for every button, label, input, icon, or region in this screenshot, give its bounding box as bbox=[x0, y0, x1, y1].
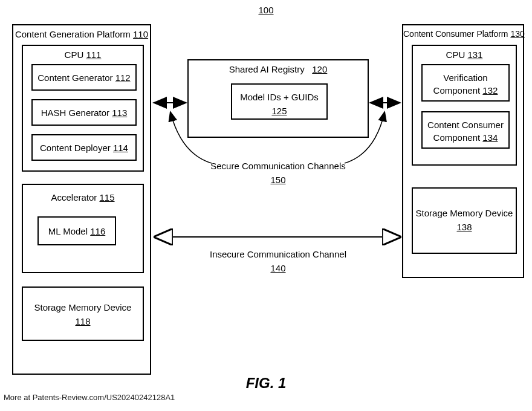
registry-inner-text: Model IDs + GUIDs bbox=[240, 92, 319, 102]
gen-storage-ref: 118 bbox=[75, 316, 90, 326]
consumer-cpu-ref: 131 bbox=[467, 50, 482, 60]
content-consumer-ref: 134 bbox=[482, 132, 498, 143]
content-generator: Content Generator 112 bbox=[31, 64, 137, 91]
consumer-cpu: CPU 131 Verification Component 132 Conte… bbox=[412, 45, 517, 166]
ml-model: ML Model 116 bbox=[37, 216, 116, 245]
content-generation-platform: Content Generation Platform 110 CPU 111 … bbox=[12, 24, 151, 375]
insecure-channel-label: Insecure Communication Channel 140 bbox=[187, 248, 369, 275]
figure-number: 100 bbox=[0, 5, 532, 15]
hash-generator: HASH Generator 113 bbox=[31, 99, 137, 126]
verification-ref: 132 bbox=[482, 85, 498, 95]
content-deployer-title: Content Deployer 114 bbox=[33, 143, 135, 153]
accelerator: Accelerator 115 ML Model 116 bbox=[22, 184, 144, 273]
verification-text: Verification Component bbox=[433, 73, 488, 95]
consumer-storage: Storage Memory Device 138 bbox=[412, 187, 517, 254]
shared-registry: Shared AI Registry 120 Model IDs + GUIDs… bbox=[187, 59, 369, 138]
content-consumer-platform: Content Consumer Platform 130 CPU 131 Ve… bbox=[402, 24, 524, 278]
gen-platform-text: Content Generation Platform bbox=[15, 29, 131, 39]
content-generator-text: Content Generator bbox=[37, 73, 112, 83]
insecure-channel-ref: 140 bbox=[270, 263, 285, 273]
gen-cpu-title: CPU 111 bbox=[23, 50, 143, 60]
secure-channels-ref: 150 bbox=[270, 175, 285, 185]
consumer-storage-text: Storage Memory Device bbox=[416, 208, 513, 218]
gen-cpu-ref: 111 bbox=[86, 50, 101, 60]
consumer-platform-title: Content Consumer Platform 130 bbox=[403, 29, 523, 39]
footer-text: More at Patents-Review.com/US20240242128… bbox=[4, 393, 175, 402]
hash-generator-ref: 113 bbox=[112, 108, 127, 118]
ml-model-title: ML Model 116 bbox=[39, 226, 115, 236]
content-deployer-text: Content Deployer bbox=[40, 143, 111, 153]
hash-generator-title: HASH Generator 113 bbox=[33, 108, 135, 118]
registry-text: Shared AI Registry bbox=[229, 64, 305, 74]
gen-cpu: CPU 111 Content Generator 112 HASH Gener… bbox=[22, 45, 144, 172]
insecure-channel-text: Insecure Communication Channel bbox=[210, 249, 346, 259]
consumer-platform-text: Content Consumer Platform bbox=[403, 29, 508, 39]
gen-platform-ref: 110 bbox=[133, 29, 148, 39]
content-consumer-title: Content Consumer Component 134 bbox=[423, 118, 508, 144]
consumer-storage-ref: 138 bbox=[456, 222, 472, 232]
accelerator-text: Accelerator bbox=[51, 192, 97, 202]
hash-generator-text: HASH Generator bbox=[41, 108, 109, 118]
verification-title: Verification Component 132 bbox=[423, 71, 508, 97]
secure-channels-label: Secure Communication Channels 150 bbox=[187, 160, 369, 187]
figure-label: FIG. 1 bbox=[0, 375, 532, 392]
gen-storage: Storage Memory Device 118 bbox=[22, 286, 144, 341]
gen-storage-title: Storage Memory Device 118 bbox=[23, 301, 143, 328]
accelerator-ref: 115 bbox=[100, 192, 115, 202]
consumer-cpu-text: CPU bbox=[446, 50, 465, 60]
consumer-storage-title: Storage Memory Device 138 bbox=[413, 207, 516, 234]
registry-ref: 120 bbox=[312, 64, 327, 74]
registry-title: Shared AI Registry 120 bbox=[189, 64, 368, 74]
gen-platform-title: Content Generation Platform 110 bbox=[13, 29, 150, 39]
registry-inner-title: Model IDs + GUIDs 125 bbox=[232, 91, 326, 118]
ml-model-ref: 116 bbox=[90, 226, 105, 236]
content-deployer-ref: 114 bbox=[113, 143, 128, 153]
accelerator-title: Accelerator 115 bbox=[23, 192, 143, 202]
ml-model-text: ML Model bbox=[48, 226, 88, 236]
secure-channels-text: Secure Communication Channels bbox=[210, 161, 345, 171]
content-deployer: Content Deployer 114 bbox=[31, 134, 137, 161]
registry-inner-ref: 125 bbox=[271, 106, 287, 116]
gen-storage-text: Storage Memory Device bbox=[34, 302, 132, 312]
gen-cpu-text: CPU bbox=[65, 50, 84, 60]
content-generator-title: Content Generator 112 bbox=[33, 73, 135, 83]
registry-inner: Model IDs + GUIDs 125 bbox=[231, 83, 328, 120]
consumer-platform-ref: 130 bbox=[510, 29, 524, 39]
content-generator-ref: 112 bbox=[115, 73, 131, 83]
content-consumer-component: Content Consumer Component 134 bbox=[421, 111, 510, 149]
consumer-cpu-title: CPU 131 bbox=[413, 50, 516, 60]
verification-component: Verification Component 132 bbox=[421, 64, 510, 102]
